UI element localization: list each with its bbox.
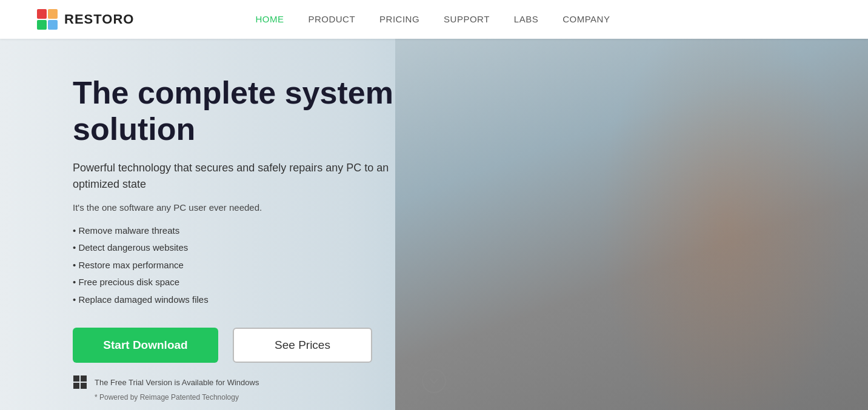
nav-item-company[interactable]: COMPANY (563, 14, 610, 25)
feature-item-3: Restore max performance (73, 257, 497, 274)
svg-point-18 (646, 260, 653, 268)
svg-point-17 (626, 257, 674, 293)
svg-point-24 (583, 99, 644, 166)
svg-rect-1 (48, 9, 58, 19)
svg-rect-16 (635, 226, 665, 275)
nav-item-labs[interactable]: LABS (514, 14, 538, 25)
nav-item-pricing[interactable]: PRICING (379, 14, 419, 25)
svg-line-15 (710, 299, 719, 410)
feature-item-1: Remove malware threats (73, 222, 497, 240)
svg-rect-37 (81, 375, 87, 382)
svg-line-14 (686, 298, 692, 410)
svg-rect-7 (559, 266, 753, 387)
svg-rect-27 (650, 184, 674, 200)
svg-point-33 (636, 211, 663, 223)
svg-rect-6 (553, 263, 759, 396)
windows-icon (73, 375, 87, 389)
feature-item-4: Free precious disk space (73, 274, 497, 291)
svg-line-10 (583, 299, 589, 410)
windows-text: The Free Trial Version is Available for … (95, 378, 259, 387)
svg-point-21 (547, 130, 619, 226)
feature-item-2: Detect dangerous websites (73, 239, 497, 257)
hero-subtitle: Powerful technology that secures and saf… (73, 160, 412, 193)
svg-rect-39 (81, 383, 87, 389)
svg-point-9 (516, 299, 783, 410)
feature-item-5: Replace damaged windows files (73, 291, 497, 309)
nav-item-product[interactable]: PRODUCT (308, 14, 355, 25)
nav-item-support[interactable]: SUPPORT (444, 14, 490, 25)
hero-tagline: It's the one software any PC user ever n… (73, 202, 497, 213)
svg-point-5 (529, 345, 771, 363)
svg-rect-0 (37, 9, 47, 19)
powered-by-text: * Powered by Reimage Patented Technology (95, 393, 497, 402)
hero-features-list: Remove malware threats Detect dangerous … (73, 222, 497, 309)
chevron-down-icon (429, 375, 439, 386)
nav-menu: HOME PRODUCT PRICING SUPPORT LABS COMPAN… (255, 14, 610, 25)
svg-rect-38 (73, 383, 79, 389)
svg-rect-3 (48, 20, 58, 30)
svg-line-11 (610, 298, 613, 410)
start-download-button[interactable]: Start Download (73, 328, 218, 363)
hero-section: The complete system solution Powerful te… (0, 39, 868, 410)
svg-rect-34 (565, 305, 735, 410)
hero-buttons: Start Download See Prices (73, 328, 497, 363)
hero-content: The complete system solution Powerful te… (73, 75, 497, 402)
svg-point-22 (680, 130, 753, 226)
svg-point-20 (571, 93, 729, 226)
logo-text: RESTORO (64, 12, 134, 27)
logo[interactable]: RESTORO (36, 8, 134, 30)
svg-rect-36 (73, 375, 79, 382)
nav-item-home[interactable]: HOME (255, 14, 284, 25)
logo-icon (36, 8, 58, 30)
svg-line-13 (662, 297, 665, 410)
svg-point-25 (656, 99, 716, 166)
svg-point-23 (589, 75, 710, 160)
svg-rect-26 (619, 184, 644, 200)
scroll-down-button[interactable] (422, 369, 446, 393)
svg-rect-35 (571, 308, 729, 408)
svg-point-31 (624, 186, 639, 198)
hero-title: The complete system solution (73, 75, 497, 148)
see-prices-button[interactable]: See Prices (233, 328, 372, 363)
svg-rect-2 (37, 20, 47, 30)
svg-rect-8 (562, 269, 750, 384)
svg-point-19 (595, 127, 704, 254)
svg-point-32 (655, 186, 669, 198)
navbar: RESTORO HOME PRODUCT PRICING SUPPORT LAB… (0, 0, 868, 39)
